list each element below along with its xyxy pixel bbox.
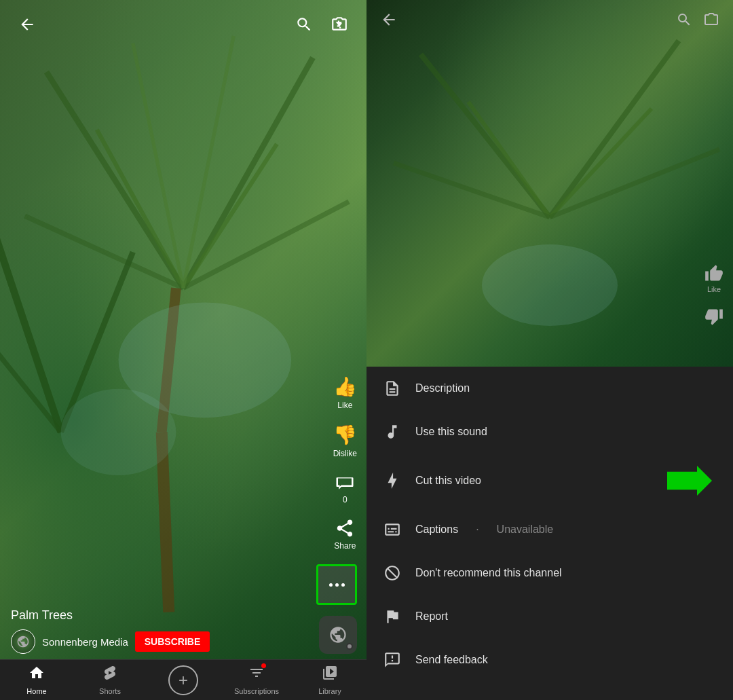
svg-line-2 [97, 130, 183, 288]
right-palm-svg [366, 0, 733, 367]
right-header-icons [676, 12, 719, 32]
menu-item-use-sound[interactable]: Use this sound [366, 410, 733, 454]
captions-label: Captions [415, 523, 458, 536]
right-like-label: Like [707, 285, 721, 293]
create-icon: + [168, 665, 198, 695]
right-like-action[interactable]: Like [704, 264, 723, 293]
captions-dot: · [476, 523, 478, 536]
nav-library[interactable]: Library [293, 665, 366, 695]
menu-item-send-feedback[interactable]: Send feedback [366, 638, 733, 682]
nav-create[interactable]: + [147, 665, 220, 695]
share-label: Share [334, 541, 356, 551]
svg-point-21 [482, 244, 618, 326]
svg-line-18 [550, 109, 652, 217]
home-icon [29, 665, 45, 685]
green-arrow-container [662, 466, 717, 496]
cut-video-icon [383, 471, 402, 490]
dislike-label: Dislike [333, 449, 357, 458]
use-sound-icon [383, 422, 402, 441]
subscriptions-icon [248, 665, 265, 685]
channel-info: Palm Trees Sonnenberg Media SUBSCRIBE [11, 608, 210, 654]
channel-name: Sonnenberg Media [42, 636, 128, 648]
right-back-button[interactable] [380, 11, 398, 33]
comment-action[interactable]: 0 [335, 472, 355, 504]
description-icon [383, 379, 402, 398]
left-panel: 👍 Like 👎 Dislike 0 Share [0, 0, 366, 700]
description-label: Description [415, 382, 470, 394]
bottom-nav: Home Shorts + Subscriptions [0, 659, 366, 700]
library-label: Library [318, 687, 341, 695]
shorts-icon [102, 665, 118, 685]
right-search-button[interactable] [676, 12, 692, 32]
dislike-action[interactable]: 👎 Dislike [333, 424, 357, 458]
comment-count: 0 [343, 495, 347, 504]
svg-line-17 [468, 102, 550, 217]
svg-marker-22 [667, 466, 712, 496]
captions-icon [383, 520, 402, 539]
svg-line-10 [0, 216, 61, 432]
nav-shorts[interactable]: Shorts [73, 665, 147, 695]
left-header [0, 0, 366, 49]
nav-home[interactable]: Home [0, 665, 73, 695]
dont-recommend-icon [383, 564, 402, 583]
library-icon [322, 665, 338, 685]
search-button[interactable] [290, 11, 318, 38]
right-video-thumbnail: Like [366, 0, 733, 367]
share-action[interactable]: Share [334, 518, 356, 551]
more-icon [329, 583, 345, 587]
header-right-icons [290, 11, 353, 38]
right-panel: Like Description [366, 0, 733, 700]
menu-item-report[interactable]: Report [366, 595, 733, 638]
menu-item-description[interactable]: Description [366, 367, 733, 410]
send-feedback-icon [383, 650, 402, 669]
like-action[interactable]: 👍 Like [333, 375, 357, 410]
shorts-label: Shorts [99, 687, 121, 695]
home-label: Home [26, 687, 46, 695]
channel-row: Sonnenberg Media SUBSCRIBE [11, 629, 210, 654]
send-feedback-label: Send feedback [415, 654, 488, 666]
right-side-actions: Like [704, 264, 723, 326]
like-icon: 👍 [333, 375, 357, 398]
nav-subscriptions[interactable]: Subscriptions [220, 665, 293, 695]
report-label: Report [415, 610, 448, 623]
sound-button[interactable] [319, 616, 357, 654]
cut-video-label: Cut this video [415, 475, 481, 487]
right-header [366, 0, 733, 43]
right-camera-button[interactable] [703, 12, 719, 32]
subscriptions-label: Subscriptions [234, 687, 279, 695]
green-arrow-icon [662, 466, 717, 496]
camera-button[interactable] [326, 11, 353, 38]
menu-item-cut-video[interactable]: Cut this video [366, 454, 733, 508]
more-options-button[interactable] [316, 564, 357, 605]
report-icon [383, 607, 402, 626]
dislike-icon: 👎 [333, 424, 357, 446]
svg-point-14 [61, 389, 176, 475]
channel-avatar [11, 629, 35, 654]
use-sound-label: Use this sound [415, 426, 487, 438]
right-dislike-action[interactable] [704, 307, 723, 326]
captions-unavailable: Unavailable [497, 523, 554, 536]
menu-list: Description Use this sound Cut this vide… [366, 367, 733, 700]
subscribe-button[interactable]: SUBSCRIBE [135, 631, 210, 652]
side-actions: 👍 Like 👎 Dislike 0 Share [333, 375, 357, 551]
notification-dot [261, 663, 266, 668]
back-button[interactable] [14, 11, 41, 38]
palm-svg [0, 0, 366, 700]
menu-item-captions[interactable]: Captions · Unavailable [366, 508, 733, 551]
menu-item-dont-recommend[interactable]: Don't recommend this channel [366, 551, 733, 595]
dont-recommend-label: Don't recommend this channel [415, 567, 562, 579]
like-label: Like [337, 401, 352, 410]
video-title: Palm Trees [11, 608, 210, 623]
